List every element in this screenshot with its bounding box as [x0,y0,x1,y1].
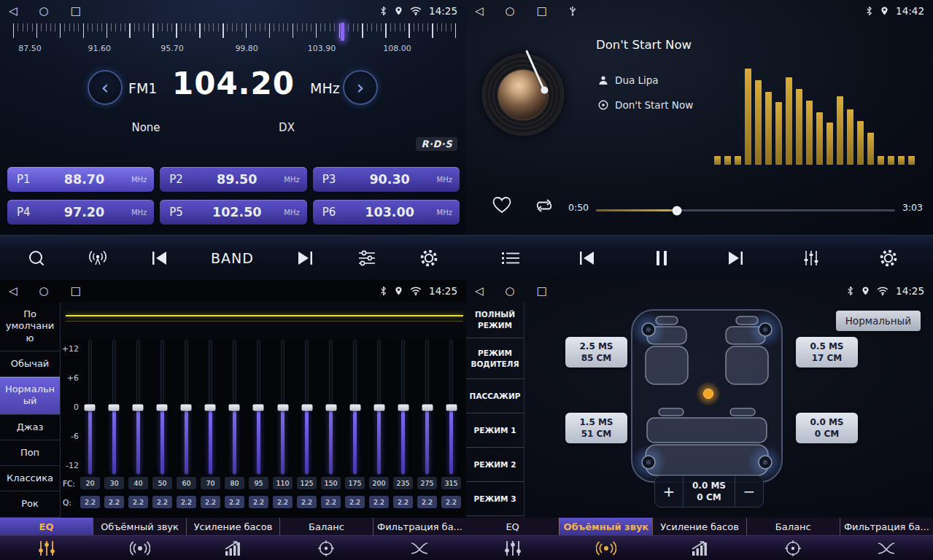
eq-band-slider[interactable] [299,340,315,475]
audio-tab-1[interactable]: Объёмный звук [93,518,186,535]
eq-preset-item[interactable]: Обычай [0,351,60,377]
eq-band-slider[interactable] [154,340,170,475]
seek-bar[interactable] [596,206,895,215]
eq-band-slider[interactable] [275,340,291,475]
audio-tab-4[interactable]: Фильтрация ба... [840,518,933,535]
equalizer-button[interactable] [802,249,821,267]
eq-preset-item[interactable]: По умолчанию [0,302,60,351]
delay-front-right[interactable]: 0.5 MS17 CM [796,337,858,368]
audio-tab-3[interactable]: Баланс [279,518,373,535]
eq-preset-item[interactable]: Рок [0,491,60,517]
eq-band-slider[interactable] [444,340,460,475]
eq-band-slider[interactable] [130,340,146,475]
eq-preset-item[interactable]: Классика [0,466,60,491]
delay-front-left[interactable]: 2.5 MS85 CM [565,337,627,368]
delay-rear-right[interactable]: 0.0 MS0 CM [796,413,858,443]
nav-home-button[interactable]: ○ [506,286,515,297]
nav-recents-button[interactable]: □ [71,286,81,297]
nav-recents-button[interactable]: □ [537,286,547,297]
eq-slider-thumb[interactable] [325,404,336,411]
pause-button[interactable] [654,249,669,267]
bass-boost-tab-icon[interactable] [187,536,280,560]
nav-back-button[interactable]: ◁ [475,6,484,17]
eq-slider-thumb[interactable] [205,404,216,411]
settings-gear-button[interactable] [419,248,439,268]
eq-slider-thumb[interactable] [229,404,240,411]
tuner-settings-icon[interactable] [357,249,377,267]
seek-knob[interactable] [672,206,681,215]
audio-tab-4[interactable]: Фильтрация ба... [373,518,466,535]
tune-down-button[interactable]: ‹ [88,70,123,105]
eq-band-slider[interactable] [395,340,411,475]
eq-band-slider[interactable] [178,340,194,475]
surround-mode-item[interactable]: ПАССАЖИР [466,379,524,413]
nav-home-button[interactable]: ○ [39,6,49,17]
eq-band-slider[interactable] [347,340,363,475]
delay-rear-left[interactable]: 1.5 MS51 CM [565,413,627,443]
audio-tab-3[interactable]: Баланс [746,518,840,535]
surround-tab-icon[interactable] [560,536,653,560]
bass-boost-tab-icon[interactable] [653,536,746,560]
eq-band-slider[interactable] [82,340,98,475]
eq-band-slider[interactable] [202,340,218,475]
playlist-button[interactable] [500,250,521,266]
nav-recents-button[interactable]: □ [71,6,81,17]
eq-tab-icon[interactable] [466,536,560,560]
eq-preset-item[interactable]: Нормальный [0,377,60,415]
favorite-button[interactable] [491,195,513,214]
surround-preset-button[interactable]: Нормальный [836,311,921,331]
frequency-scale[interactable]: 87.5091.6095.7099.80103.90108.00 [0,22,466,58]
next-track-button[interactable] [726,250,745,266]
nav-back-button[interactable]: ◁ [475,286,484,297]
delay-increase-button[interactable]: + [655,476,683,507]
previous-track-button[interactable] [578,250,597,266]
surround-mode-item[interactable]: ПОЛНЫЙ РЕЖИМ [466,302,524,338]
eq-slider-thumb[interactable] [422,404,433,411]
eq-band-slider[interactable] [371,340,387,475]
eq-preset-item[interactable]: Поп [0,440,60,466]
eq-band-slider[interactable] [419,340,435,475]
eq-slider-thumb[interactable] [301,404,312,411]
audio-tab-2[interactable]: Усиление басов [186,518,279,535]
eq-slider-thumb[interactable] [253,404,264,411]
nav-back-button[interactable]: ◁ [9,6,18,17]
nav-recents-button[interactable]: □ [537,6,547,17]
eq-slider-thumb[interactable] [85,404,96,411]
surround-mode-item[interactable]: РЕЖИМ 1 [466,413,524,448]
radio-preset-p4[interactable]: P497.20MHz [7,200,154,225]
eq-slider-thumb[interactable] [181,404,192,411]
nav-home-button[interactable]: ○ [506,6,515,17]
eq-slider-thumb[interactable] [277,404,288,411]
balance-tab-icon[interactable] [746,536,840,560]
nav-home-button[interactable]: ○ [39,286,49,297]
radio-preset-p1[interactable]: P188.70MHz [7,167,154,192]
previous-station-button[interactable] [150,250,169,266]
audio-tab-0[interactable]: EQ [466,518,559,535]
eq-band-slider[interactable] [323,340,339,475]
eq-preset-item[interactable]: Джаз [0,415,60,440]
audio-tab-2[interactable]: Усиление басов [652,518,746,535]
eq-slider-thumb[interactable] [133,404,144,411]
audio-tab-0[interactable]: EQ [0,518,93,535]
band-button[interactable]: BAND [211,250,254,266]
nav-back-button[interactable]: ◁ [9,286,18,297]
eq-slider-thumb[interactable] [349,404,360,411]
broadcast-button[interactable] [88,249,108,267]
tune-up-button[interactable]: › [343,70,378,105]
radio-preset-p2[interactable]: P289.50MHz [160,167,306,192]
radio-preset-p5[interactable]: P5102.50MHz [160,200,306,225]
eq-band-slider[interactable] [250,340,266,475]
settings-gear-button[interactable] [878,248,899,268]
eq-band-slider[interactable] [106,340,122,475]
eq-slider-thumb[interactable] [373,404,384,411]
surround-mode-item[interactable]: РЕЖИМ 2 [466,448,524,482]
delay-decrease-button[interactable]: − [735,476,763,507]
balance-tab-icon[interactable] [279,536,373,560]
filter-tab-icon[interactable] [840,536,933,560]
scan-button[interactable] [27,249,46,268]
repeat-button[interactable] [533,197,555,214]
radio-preset-p3[interactable]: P390.30MHz [313,167,460,192]
eq-slider-thumb[interactable] [398,404,409,411]
filter-tab-icon[interactable] [373,536,466,560]
radio-preset-p6[interactable]: P6103.00MHz [313,200,460,225]
